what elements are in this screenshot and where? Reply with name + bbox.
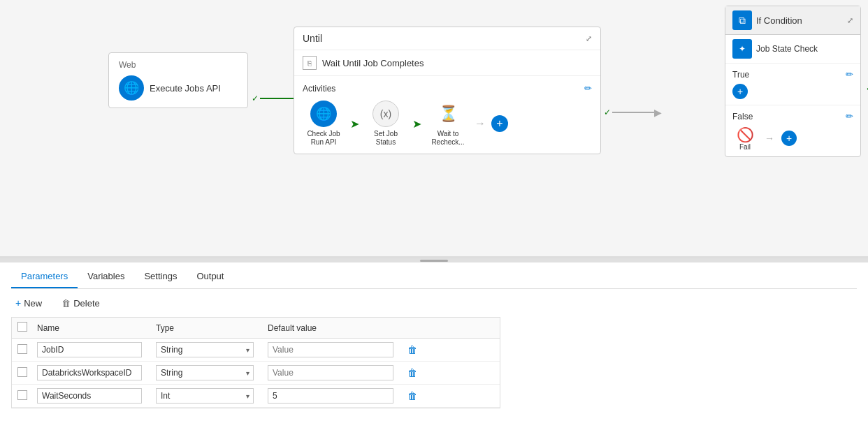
new-label: New: [24, 298, 42, 309]
if-false-body: 🚫 Fail → +: [732, 126, 853, 151]
activity-check-job: 🌐 Check Job Run API: [303, 101, 345, 147]
row1-value-input[interactable]: [268, 342, 393, 357]
activities-label: Activities ✏: [303, 83, 592, 94]
copy-icon: ⎘: [303, 56, 317, 70]
row1-type-select[interactable]: String Int Bool: [156, 342, 254, 357]
header-check-col: [17, 322, 37, 334]
params-table: Name Type Default value String Int Bool: [11, 317, 500, 408]
row1-default-cell: [268, 342, 407, 357]
row2-delete-button[interactable]: 🗑: [407, 367, 417, 378]
row2-type-select[interactable]: String Int Bool: [156, 365, 254, 380]
arrow-if-icon: ▶: [654, 107, 662, 118]
if-condition-row: ✦ Job State Check: [725, 35, 860, 64]
check-icon: ✓: [252, 94, 259, 103]
table-row: String Int Bool 🗑: [12, 385, 500, 408]
until-header: Until ⤢: [294, 27, 600, 50]
plus-icon: +: [15, 297, 21, 309]
row3-value-input[interactable]: [268, 388, 393, 404]
add-activity-button[interactable]: +: [491, 115, 508, 132]
activities-section: Activities ✏ 🌐 Check Job Run API ➤ (x) S…: [294, 76, 600, 154]
row1-type-wrapper: String Int Bool: [156, 342, 254, 357]
row1-name-input[interactable]: [37, 342, 142, 357]
row3-name-cell: [37, 388, 156, 404]
delete-label: Delete: [73, 298, 100, 309]
row3-delete-button[interactable]: 🗑: [407, 390, 417, 401]
if-card: ⧉ If Condition ⤢ ✦ Job State Check True …: [725, 6, 861, 157]
row3-type-cell: String Int Bool: [156, 388, 268, 404]
tab-output[interactable]: Output: [187, 265, 233, 288]
globe-icon: 🌐: [119, 75, 144, 101]
row1-delete-button[interactable]: 🗑: [407, 344, 417, 355]
row3-check: [17, 390, 37, 402]
table-row: String Int Bool 🗑: [12, 339, 500, 362]
fail-icon-img: 🚫: [737, 126, 754, 143]
delete-button[interactable]: 🗑 Delete: [57, 297, 104, 310]
toolbar-row: + New 🗑 Delete: [11, 289, 857, 317]
activities-row: 🌐 Check Job Run API ➤ (x) Set Job Status…: [303, 101, 592, 147]
header-default: Default value: [268, 323, 407, 333]
activity-set-job: (x) Set Job Status: [365, 101, 407, 147]
activity-set-job-label: Set Job Status: [365, 130, 407, 147]
row3-name-input[interactable]: [37, 388, 142, 404]
arrow-2-icon: ➤: [412, 117, 421, 131]
if-true-label: True ✏: [732, 69, 853, 80]
if-condition-name: Job State Check: [756, 44, 818, 54]
tab-variables[interactable]: Variables: [78, 265, 134, 288]
activity-wait-label: Wait to Recheck...: [427, 130, 469, 147]
row2-default-cell: [268, 365, 407, 380]
table-header: Name Type Default value: [12, 318, 500, 339]
web-card-action: Execute Jobs API: [150, 83, 221, 94]
if-title: If Condition: [756, 15, 802, 26]
false-edit-icon[interactable]: ✏: [846, 111, 853, 121]
table-row: String Int Bool 🗑: [12, 362, 500, 385]
activity-globe-icon: 🌐: [310, 101, 337, 127]
row2-name-input[interactable]: [37, 365, 142, 380]
if-header: ⧉ If Condition ⤢: [725, 6, 860, 35]
web-card: Web 🌐 Execute Jobs API: [108, 52, 248, 108]
activities-edit-icon[interactable]: ✏: [584, 83, 592, 94]
header-type: Type: [156, 323, 268, 333]
row1-del-cell: 🗑: [407, 344, 428, 355]
trash-icon: 🗑: [62, 298, 71, 309]
row1-checkbox[interactable]: [17, 344, 27, 354]
row2-type-wrapper: String Int Bool: [156, 365, 254, 380]
until-expand-icon[interactable]: ⤢: [586, 34, 592, 43]
fail-activity: 🚫 Fail: [732, 126, 758, 151]
row2-check: [17, 367, 37, 379]
arrow-3-icon: →: [475, 117, 486, 130]
true-add-button[interactable]: +: [732, 84, 748, 99]
header-checkbox[interactable]: [17, 322, 27, 332]
fail-label: Fail: [739, 143, 751, 151]
row2-checkbox[interactable]: [17, 367, 27, 377]
condition-icon: ✦: [732, 39, 752, 59]
if-icon: ⧉: [732, 10, 752, 30]
if-false-section: False ✏ 🚫 Fail → +: [725, 105, 860, 156]
canvas-area: Web 🌐 Execute Jobs API ✓ ▶ Until ⤢ ⎘ Wai…: [0, 0, 868, 258]
row1-check: [17, 344, 37, 356]
if-false-label: False ✏: [732, 111, 853, 121]
row2-name-cell: [37, 365, 156, 380]
row3-type-select[interactable]: String Int Bool: [156, 388, 254, 404]
row1-name-cell: [37, 342, 156, 357]
true-edit-icon[interactable]: ✏: [846, 69, 853, 80]
if-true-section: True ✏ +: [725, 64, 860, 105]
bottom-panel: Parameters Variables Settings Output + N…: [0, 262, 868, 408]
drag-handle: [420, 260, 448, 262]
header-name: Name: [37, 323, 156, 333]
fail-arrow-icon: →: [765, 133, 774, 144]
connector-until-if: ✓ ▶: [602, 107, 662, 118]
row3-del-cell: 🗑: [407, 390, 428, 401]
tabs-row: Parameters Variables Settings Output: [11, 262, 857, 289]
if-expand-icon[interactable]: ⤢: [847, 16, 853, 25]
row1-type-cell: String Int Bool: [156, 342, 268, 357]
check-icon-2: ✓: [604, 108, 611, 117]
false-add-button[interactable]: +: [781, 131, 797, 146]
row2-value-input[interactable]: [268, 365, 393, 380]
tab-parameters[interactable]: Parameters: [11, 265, 78, 288]
web-card-title: Web: [119, 60, 238, 70]
activity-func-icon: (x): [372, 101, 399, 127]
tab-settings[interactable]: Settings: [134, 265, 187, 288]
new-button[interactable]: + New: [11, 296, 46, 310]
if-true-body: +: [732, 84, 853, 99]
row3-checkbox[interactable]: [17, 390, 27, 400]
